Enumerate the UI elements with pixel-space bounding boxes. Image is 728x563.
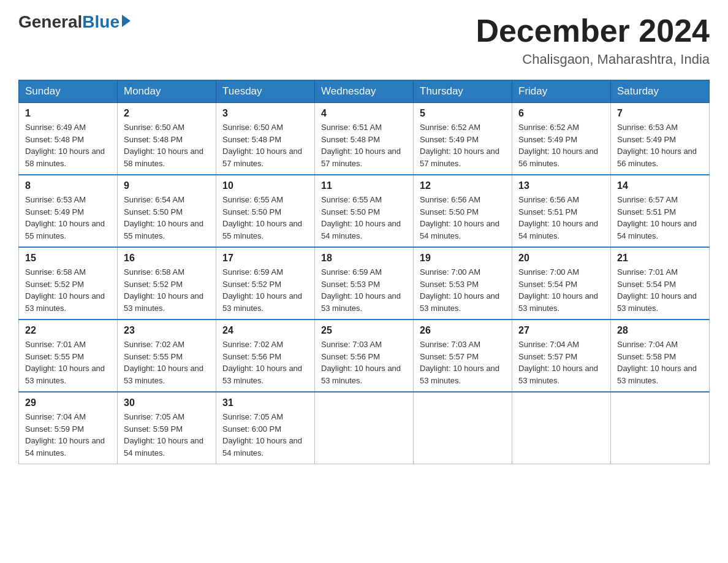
calendar-cell: 10 Sunrise: 6:55 AM Sunset: 5:50 PM Dayl…: [216, 175, 315, 247]
day-number: 13: [518, 180, 604, 191]
calendar-cell: 30 Sunrise: 7:05 AM Sunset: 5:59 PM Dayl…: [118, 392, 216, 464]
day-number: 1: [25, 108, 111, 119]
calendar-table: SundayMondayTuesdayWednesdayThursdayFrid…: [18, 80, 710, 464]
day-number: 18: [321, 253, 407, 264]
calendar-week-row: 8 Sunrise: 6:53 AM Sunset: 5:49 PM Dayli…: [19, 175, 710, 247]
calendar-cell: 6 Sunrise: 6:52 AM Sunset: 5:49 PM Dayli…: [512, 103, 611, 175]
weekday-header-monday: Monday: [118, 80, 216, 103]
calendar-cell: 28 Sunrise: 7:04 AM Sunset: 5:58 PM Dayl…: [611, 320, 710, 392]
calendar-cell: 13 Sunrise: 6:56 AM Sunset: 5:51 PM Dayl…: [512, 175, 611, 247]
weekday-header-friday: Friday: [512, 80, 611, 103]
day-number: 16: [124, 253, 210, 264]
weekday-header-thursday: Thursday: [414, 80, 512, 103]
day-number: 5: [420, 108, 506, 119]
day-info: Sunrise: 7:05 AM Sunset: 6:00 PM Dayligh…: [222, 411, 308, 459]
day-number: 27: [518, 325, 604, 336]
calendar-cell: 27 Sunrise: 7:04 AM Sunset: 5:57 PM Dayl…: [512, 320, 611, 392]
calendar-cell: 22 Sunrise: 7:01 AM Sunset: 5:55 PM Dayl…: [19, 320, 118, 392]
calendar-cell: 25 Sunrise: 7:03 AM Sunset: 5:56 PM Dayl…: [315, 320, 414, 392]
logo-blue-text: Blue: [82, 12, 119, 32]
calendar-subtitle: Chalisgaon, Maharashtra, India: [476, 52, 710, 67]
day-number: 6: [518, 108, 604, 119]
day-info: Sunrise: 7:04 AM Sunset: 5:59 PM Dayligh…: [25, 411, 111, 459]
day-info: Sunrise: 6:50 AM Sunset: 5:48 PM Dayligh…: [124, 121, 210, 169]
day-info: Sunrise: 6:52 AM Sunset: 5:49 PM Dayligh…: [518, 121, 604, 169]
day-number: 29: [25, 397, 111, 408]
day-info: Sunrise: 6:52 AM Sunset: 5:49 PM Dayligh…: [420, 121, 506, 169]
calendar-cell: [315, 392, 414, 464]
day-info: Sunrise: 7:04 AM Sunset: 5:57 PM Dayligh…: [518, 339, 604, 386]
day-info: Sunrise: 6:49 AM Sunset: 5:48 PM Dayligh…: [25, 121, 111, 169]
day-info: Sunrise: 6:51 AM Sunset: 5:48 PM Dayligh…: [321, 121, 407, 169]
day-info: Sunrise: 6:53 AM Sunset: 5:49 PM Dayligh…: [25, 194, 111, 242]
day-number: 7: [617, 108, 703, 119]
day-number: 2: [124, 108, 210, 119]
calendar-cell: 29 Sunrise: 7:04 AM Sunset: 5:59 PM Dayl…: [19, 392, 118, 464]
day-number: 19: [420, 253, 506, 264]
day-number: 30: [124, 397, 210, 408]
calendar-cell: 11 Sunrise: 6:55 AM Sunset: 5:50 PM Dayl…: [315, 175, 414, 247]
day-info: Sunrise: 7:01 AM Sunset: 5:55 PM Dayligh…: [25, 339, 111, 386]
day-info: Sunrise: 7:02 AM Sunset: 5:56 PM Dayligh…: [222, 339, 308, 386]
day-number: 31: [222, 397, 308, 408]
day-number: 3: [222, 108, 308, 119]
logo: General Blue: [18, 12, 131, 32]
day-number: 21: [617, 253, 703, 264]
calendar-title: December 2024: [476, 12, 710, 49]
day-number: 26: [420, 325, 506, 336]
day-number: 28: [617, 325, 703, 336]
calendar-cell: 4 Sunrise: 6:51 AM Sunset: 5:48 PM Dayli…: [315, 103, 414, 175]
day-number: 23: [124, 325, 210, 336]
calendar-cell: 17 Sunrise: 6:59 AM Sunset: 5:52 PM Dayl…: [216, 247, 315, 320]
calendar-cell: 8 Sunrise: 6:53 AM Sunset: 5:49 PM Dayli…: [19, 175, 118, 247]
day-info: Sunrise: 7:00 AM Sunset: 5:54 PM Dayligh…: [518, 266, 604, 314]
day-number: 9: [124, 180, 210, 191]
calendar-cell: 7 Sunrise: 6:53 AM Sunset: 5:49 PM Dayli…: [611, 103, 710, 175]
day-info: Sunrise: 6:56 AM Sunset: 5:50 PM Dayligh…: [420, 194, 506, 242]
calendar-week-row: 29 Sunrise: 7:04 AM Sunset: 5:59 PM Dayl…: [19, 392, 710, 464]
calendar-week-row: 1 Sunrise: 6:49 AM Sunset: 5:48 PM Dayli…: [19, 103, 710, 175]
day-info: Sunrise: 6:56 AM Sunset: 5:51 PM Dayligh…: [518, 194, 604, 242]
day-info: Sunrise: 6:53 AM Sunset: 5:49 PM Dayligh…: [617, 121, 703, 169]
weekday-header-row: SundayMondayTuesdayWednesdayThursdayFrid…: [19, 80, 710, 103]
calendar-cell: 31 Sunrise: 7:05 AM Sunset: 6:00 PM Dayl…: [216, 392, 315, 464]
calendar-cell: 24 Sunrise: 7:02 AM Sunset: 5:56 PM Dayl…: [216, 320, 315, 392]
calendar-cell: [611, 392, 710, 464]
day-info: Sunrise: 6:58 AM Sunset: 5:52 PM Dayligh…: [25, 266, 111, 314]
day-info: Sunrise: 7:03 AM Sunset: 5:57 PM Dayligh…: [420, 339, 506, 386]
page-header: General Blue December 2024 Chalisgaon, M…: [18, 12, 710, 67]
calendar-cell: 19 Sunrise: 7:00 AM Sunset: 5:53 PM Dayl…: [414, 247, 512, 320]
day-number: 4: [321, 108, 407, 119]
calendar-week-row: 22 Sunrise: 7:01 AM Sunset: 5:55 PM Dayl…: [19, 320, 710, 392]
day-info: Sunrise: 7:00 AM Sunset: 5:53 PM Dayligh…: [420, 266, 506, 314]
logo-arrow-icon: [122, 15, 131, 27]
day-number: 20: [518, 253, 604, 264]
day-number: 25: [321, 325, 407, 336]
day-info: Sunrise: 6:50 AM Sunset: 5:48 PM Dayligh…: [222, 121, 308, 169]
weekday-header-sunday: Sunday: [19, 80, 118, 103]
calendar-cell: 20 Sunrise: 7:00 AM Sunset: 5:54 PM Dayl…: [512, 247, 611, 320]
weekday-header-tuesday: Tuesday: [216, 80, 315, 103]
calendar-cell: [414, 392, 512, 464]
day-info: Sunrise: 6:54 AM Sunset: 5:50 PM Dayligh…: [124, 194, 210, 242]
calendar-cell: 1 Sunrise: 6:49 AM Sunset: 5:48 PM Dayli…: [19, 103, 118, 175]
day-number: 10: [222, 180, 308, 191]
calendar-cell: 15 Sunrise: 6:58 AM Sunset: 5:52 PM Dayl…: [19, 247, 118, 320]
title-section: December 2024 Chalisgaon, Maharashtra, I…: [476, 12, 710, 67]
calendar-cell: 14 Sunrise: 6:57 AM Sunset: 5:51 PM Dayl…: [611, 175, 710, 247]
day-number: 17: [222, 253, 308, 264]
day-number: 12: [420, 180, 506, 191]
calendar-cell: 26 Sunrise: 7:03 AM Sunset: 5:57 PM Dayl…: [414, 320, 512, 392]
day-number: 8: [25, 180, 111, 191]
weekday-header-wednesday: Wednesday: [315, 80, 414, 103]
day-number: 24: [222, 325, 308, 336]
day-number: 15: [25, 253, 111, 264]
calendar-cell: 9 Sunrise: 6:54 AM Sunset: 5:50 PM Dayli…: [118, 175, 216, 247]
day-number: 11: [321, 180, 407, 191]
day-number: 22: [25, 325, 111, 336]
calendar-cell: 23 Sunrise: 7:02 AM Sunset: 5:55 PM Dayl…: [118, 320, 216, 392]
weekday-header-saturday: Saturday: [611, 80, 710, 103]
day-info: Sunrise: 7:03 AM Sunset: 5:56 PM Dayligh…: [321, 339, 407, 386]
calendar-cell: 18 Sunrise: 6:59 AM Sunset: 5:53 PM Dayl…: [315, 247, 414, 320]
calendar-cell: 2 Sunrise: 6:50 AM Sunset: 5:48 PM Dayli…: [118, 103, 216, 175]
